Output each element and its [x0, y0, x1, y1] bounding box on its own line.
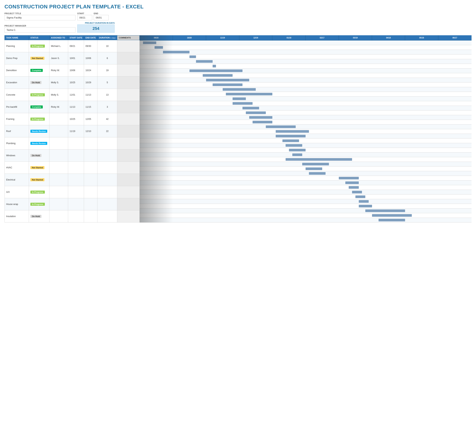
- duration-label: PROJECT DURATION IN DAYS: [85, 22, 115, 24]
- gantt-row: Exterior stone: [140, 115, 471, 120]
- task-status: Complete: [29, 101, 50, 113]
- gantt-bar: [359, 200, 369, 203]
- task-assigned: [50, 174, 68, 186]
- table-row: A/V In Progress: [5, 186, 140, 198]
- task-comments: [117, 137, 140, 149]
- col-header-task: TASK NAME: [5, 35, 29, 40]
- gantt-row: House wrap: [140, 101, 471, 106]
- gantt-date-header: 02/17: [306, 35, 339, 40]
- gantt-bar: [286, 144, 302, 147]
- start-label: START: [77, 12, 92, 15]
- task-start: 10/25: [68, 113, 84, 125]
- page-container: CONSTRUCTION PROJECT PLAN TEMPLATE - EXC…: [5, 4, 471, 222]
- status-badge: Complete: [30, 69, 43, 72]
- task-comments: [117, 186, 140, 198]
- gantt-bar: [345, 181, 359, 184]
- gantt-date-header: 06/17: [438, 35, 471, 40]
- gantt-bar: [213, 65, 216, 67]
- status-badge: Complete: [30, 105, 43, 108]
- task-status: Not Started: [29, 174, 50, 186]
- task-duration: [97, 198, 117, 210]
- gantt-bar: [143, 41, 156, 44]
- duration-wrapper: PROJECT DURATION IN DAYS 254: [77, 22, 115, 33]
- gantt-row: Stone Counters: [140, 162, 471, 166]
- gantt-row: Electrical: [140, 190, 471, 194]
- task-comments: [117, 174, 140, 186]
- gantt-date-header: 10/20: [173, 35, 206, 40]
- task-start: [68, 198, 84, 210]
- gantt-bar: [223, 88, 256, 91]
- status-badge: On Hold: [30, 215, 41, 218]
- gantt-bar: [359, 205, 372, 207]
- task-assigned: Molly S.: [50, 89, 68, 101]
- task-start: 10/06: [68, 64, 84, 77]
- gantt-bar: [203, 74, 232, 77]
- gantt-bar: [189, 69, 243, 72]
- gantt-bar: [349, 186, 359, 189]
- col-header-assigned: ASSIGNED TO: [50, 35, 68, 40]
- end-label: END: [94, 12, 109, 15]
- project-title-value: Sigma Facility: [5, 15, 75, 20]
- end-value: 06/01: [94, 15, 109, 20]
- gantt-bar: [243, 107, 259, 109]
- gantt-bar: [379, 219, 405, 221]
- gantt-bar: [226, 93, 272, 95]
- gantt-bar: [286, 158, 352, 161]
- gantt-bar: [352, 191, 362, 193]
- task-comments: [117, 77, 140, 89]
- gantt-row: Hardwoods: [140, 129, 471, 134]
- task-comments: [117, 162, 140, 174]
- table-row: Framing In Progress 10/25 12/05 42: [5, 113, 140, 125]
- table-row: Planning In Progress Michael L. 09/21 09…: [5, 40, 140, 52]
- task-name: A/V: [5, 186, 29, 198]
- col-header-end: END DATE: [84, 35, 97, 40]
- gantt-bar: [196, 60, 213, 63]
- task-status: Not Started: [29, 52, 50, 64]
- manager-value: Tasha C.: [5, 27, 75, 33]
- duration-value: 254: [77, 24, 115, 33]
- gantt-body: PlanningDemo PrepDemolitionExcavationCon…: [140, 40, 471, 222]
- gantt-row: Schedule Buffer: [140, 166, 471, 171]
- gantt-bar: [266, 125, 296, 128]
- project-manager-block: PROJECT MANAGER Tasha C.: [5, 25, 75, 33]
- gantt-row: FINAL Inspections: [140, 204, 471, 209]
- gantt-bar: [276, 130, 309, 133]
- task-assigned: [50, 125, 68, 137]
- status-badge: Not Started: [30, 57, 45, 60]
- task-status: Complete: [29, 64, 50, 77]
- task-end: [84, 149, 97, 162]
- task-end: 10/24: [84, 64, 97, 77]
- row2: PROJECT MANAGER Tasha C. PROJECT DURATIO…: [5, 22, 471, 33]
- gantt-row: Bathroom Glass: [140, 194, 471, 199]
- gantt-date-header: 03/19: [339, 35, 372, 40]
- col-header-status: STATUS: [29, 35, 50, 40]
- gantt-bar: [155, 46, 163, 49]
- table-row: Roof Needs Review 11/19 12/10 22: [5, 125, 140, 137]
- task-status: In Progress: [29, 89, 50, 101]
- task-start: 11/19: [68, 125, 84, 137]
- task-duration: [97, 186, 117, 198]
- gantt-row: Cabinets: [140, 138, 471, 143]
- title-label: PROJECT TITLE: [5, 12, 75, 15]
- task-name: Roof: [5, 125, 29, 137]
- table-row: Windows On Hold: [5, 149, 140, 162]
- gantt-row: Demolition: [140, 50, 471, 55]
- task-start: 11/01: [68, 89, 84, 101]
- task-start: [68, 137, 84, 149]
- task-comments: [117, 125, 140, 137]
- gantt-row: Demo Prep: [140, 45, 471, 50]
- task-start: [68, 149, 84, 162]
- gantt-row: Drywall: [140, 111, 471, 115]
- task-name: Concrete: [5, 89, 29, 101]
- task-table: TASK NAME STATUS ASSIGNED TO START DATE …: [5, 35, 140, 222]
- task-status: In Progress: [29, 186, 50, 198]
- task-end: [84, 162, 97, 174]
- task-assigned: Ricky W.: [50, 101, 68, 113]
- task-duration: [97, 149, 117, 162]
- task-status: Not Started: [29, 162, 50, 174]
- task-duration: 3: [97, 101, 117, 113]
- page-title: CONSTRUCTION PROJECT PLAN TEMPLATE - EXC…: [5, 4, 471, 10]
- task-name: Insulation: [5, 210, 29, 222]
- table-row: Plumbing Needs Review: [5, 137, 140, 149]
- task-comments: [117, 210, 140, 222]
